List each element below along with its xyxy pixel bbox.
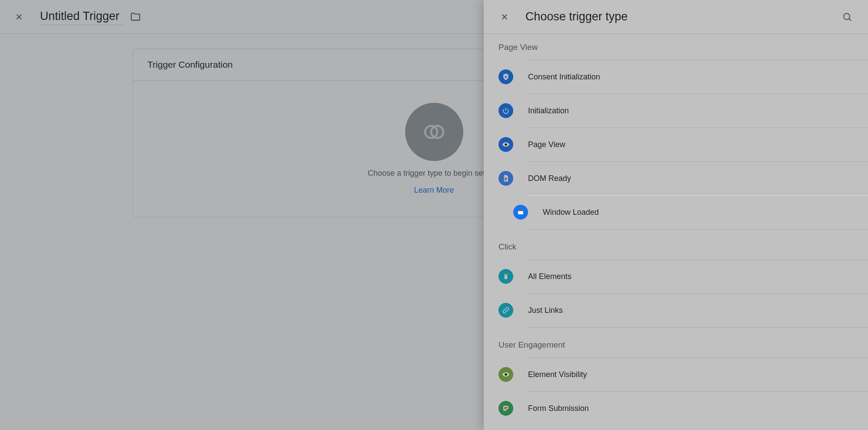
mouse-icon bbox=[498, 269, 513, 284]
svg-point-2 bbox=[844, 13, 850, 20]
trigger-type-page-view[interactable]: Page View bbox=[484, 128, 868, 161]
section-label: Click bbox=[484, 229, 868, 259]
trigger-type-consent-initialization[interactable]: Consent Initialization bbox=[484, 60, 868, 94]
trigger-type-window-loaded[interactable]: Window Loaded bbox=[484, 195, 868, 229]
doc-icon bbox=[498, 171, 513, 186]
close-panel-button[interactable] bbox=[494, 7, 515, 27]
trigger-type-form-submission[interactable]: Form Submission bbox=[484, 391, 868, 425]
trigger-type-label: Form Submission bbox=[528, 404, 589, 413]
trigger-type-dom-ready[interactable]: DOM Ready bbox=[484, 161, 868, 195]
trigger-type-all-elements[interactable]: All Elements bbox=[484, 259, 868, 293]
trigger-type-label: Element Visibility bbox=[528, 370, 587, 379]
power-icon bbox=[498, 103, 513, 118]
trigger-type-element-visibility[interactable]: Element Visibility bbox=[484, 358, 868, 391]
trigger-type-label: Just Links bbox=[528, 306, 563, 315]
search-icon bbox=[842, 12, 852, 22]
trigger-type-label: All Elements bbox=[528, 272, 571, 281]
eye-icon bbox=[498, 137, 513, 152]
close-icon bbox=[500, 12, 509, 22]
panel-header: Choose trigger type bbox=[484, 0, 868, 34]
trigger-type-label: Window Loaded bbox=[543, 208, 599, 217]
section-label: Page View bbox=[484, 43, 868, 60]
link-icon bbox=[498, 303, 513, 318]
svg-rect-6 bbox=[518, 210, 523, 211]
panel-body[interactable]: Page ViewConsent InitializationInitializ… bbox=[484, 34, 868, 430]
search-panel-button[interactable] bbox=[837, 7, 858, 27]
shield-icon bbox=[498, 69, 513, 84]
trigger-type-label: Consent Initialization bbox=[528, 72, 600, 82]
panel-title: Choose trigger type bbox=[525, 10, 826, 23]
svg-point-8 bbox=[505, 374, 507, 376]
trigger-type-initialization[interactable]: Initialization bbox=[484, 94, 868, 128]
trigger-type-label: Page View bbox=[528, 140, 565, 149]
svg-point-4 bbox=[505, 144, 507, 146]
section-label: User Engagement bbox=[484, 327, 868, 358]
trigger-type-just-links[interactable]: Just Links bbox=[484, 293, 868, 327]
trigger-type-label: Initialization bbox=[528, 106, 569, 115]
window-icon bbox=[513, 205, 528, 220]
trigger-type-label: DOM Ready bbox=[528, 174, 571, 183]
trigger-type-panel: Choose trigger type Page ViewConsent Ini… bbox=[484, 0, 868, 430]
eye-icon bbox=[498, 367, 513, 382]
form-icon bbox=[498, 401, 513, 416]
